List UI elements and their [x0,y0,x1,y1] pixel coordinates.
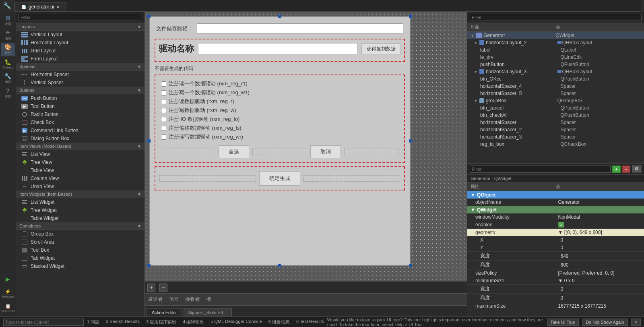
handle-bot-mid[interactable] [278,264,281,267]
sidebar-item-table-widget[interactable]: Table Widget [16,214,144,222]
icon-bar-debug[interactable]: 🐛 Debug [1,57,15,71]
props-row-min-width[interactable]: 宽度 0 [467,285,644,294]
file-path-input[interactable] [197,23,403,34]
tree-item-hspacer2[interactable]: horizontalSpacer_2 Spacer [467,126,644,133]
handle-top-left[interactable] [147,14,151,18]
props-filter-config[interactable]: ⚙ [632,165,642,173]
checkbox-rxm-reg-r1[interactable] [161,81,166,87]
cancel-button[interactable]: 取消 [310,145,341,158]
generate-button[interactable]: 确定生成 [259,171,300,186]
sidebar-item-group-box[interactable]: Group Box [16,230,144,238]
icon-bar-run[interactable]: ▶ [1,272,15,286]
props-filter-add[interactable]: + [612,166,620,173]
sidebar-item-tab-widget[interactable]: Tab Widget [16,254,144,262]
props-row-y[interactable]: Y 0 [467,244,644,252]
sidebar-item-stacked-widget[interactable]: Stacked Widget [16,262,144,270]
sidebar-item-tree-view[interactable]: 🌳 Tree View [16,158,144,166]
tree-item-le-drv[interactable]: le_drv QLineEdit [467,54,644,61]
icon-bar-welcome[interactable]: ⊞ 欢迎 [1,14,15,27]
icon-bar-help[interactable]: ? 帮助 [1,86,15,100]
tree-item-pushbutton[interactable]: pushButton QPushButton [467,61,644,68]
props-group-qwidget[interactable]: ▼ QWidget [467,206,644,213]
do-not-show-again-button[interactable]: Do Not Show Again [582,319,627,326]
sidebar-item-list-widget[interactable]: List Widget [16,198,144,206]
take-ui-tour-button[interactable]: Take UI Tour [547,319,579,326]
sidebar-item-push-button[interactable]: OK Push Button [16,94,144,102]
checkbox-rxm-reg-w[interactable] [161,108,166,113]
sidebar-item-dialog-button-box[interactable]: □ Dialog Button Box [16,135,144,143]
tree-item-btn-cancel[interactable]: btn_cancel QPushButton [467,104,644,112]
checkbox-rxm-reg-w1[interactable] [161,90,166,95]
sidebar-item-grid-layout[interactable]: Grid Layout [16,47,144,55]
status-tab-search[interactable]: 2 Search Results [106,319,140,325]
tree-item-hspacer5[interactable]: horizontalSpacer_5 Spacer [467,90,644,97]
status-close-button[interactable]: × [631,319,641,326]
tree-item-hlayout2[interactable]: ▼ horizontalLayout_2 QHBoxLayout [467,39,644,46]
sidebar-item-vertical-layout[interactable]: Vertical Layout [16,31,144,39]
action-editor-tab[interactable]: Action Editor [147,308,182,317]
canvas-add-button[interactable]: + [147,284,155,292]
props-row-width[interactable]: 宽度 649 [467,252,644,261]
props-row-maxsize[interactable]: maximumSize 16777215 x 16777215 [467,302,644,310]
props-row-geometry[interactable]: geometry ▼ [(0, 0), 649 x 600] [467,229,644,236]
tree-item-btn-okcc[interactable]: btn_OKcc QPushButton [467,75,644,83]
status-tab-overview[interactable]: 6 概要信息 [268,319,290,325]
signals-slots-tab[interactable]: Signals _Slots Ed... [183,308,231,317]
status-tab-compile[interactable]: 4 编译输出 [183,319,204,325]
checkbox-rxm-reg-ls[interactable] [161,126,166,131]
sidebar-item-radio-button[interactable]: Radio Button [16,110,144,118]
sidebar-item-tool-box[interactable]: Tool Box [16,246,144,254]
status-tab-qml[interactable]: 5 QML Debugger Console [211,319,262,325]
section-item-widgets[interactable]: Item Widgets (Item-Based) ▼ [16,190,144,198]
sidebar-item-command-link-button[interactable]: ▶ Command Link Button [16,126,144,135]
sidebar-item-form-layout[interactable]: Form Layout [16,55,144,63]
props-row-minsize[interactable]: minimumSize ▼ 0 x 0 [467,277,644,285]
props-row-objectname[interactable]: objectName Generator [467,199,644,206]
canvas-remove-button[interactable]: − [159,284,167,292]
object-filter-input[interactable] [470,14,642,21]
sidebar-item-tool-button[interactable]: ▶ Tool Button [16,102,144,110]
checkbox-rxm-reg-io[interactable] [161,117,166,122]
sidebar-item-table-view[interactable]: Table View [16,166,144,174]
sidebar-filter-input[interactable] [19,14,142,21]
props-row-window-modality[interactable]: windowModality NonModal [467,213,644,221]
tree-item-reg-io-box[interactable]: reg_io_box QCheckBox [467,141,644,148]
tree-item-label[interactable]: label QLabel [467,46,644,54]
tree-item-hlayout3[interactable]: ▼ horizontalLayout_3 QHBoxLayout [467,68,644,75]
tree-item-hspacer4[interactable]: horizontalSpacer_4 Spacer [467,83,644,90]
icon-bar-generator[interactable]: 📋 Generator [1,301,15,315]
handle-mid-left[interactable] [147,139,151,143]
handle-top-right[interactable] [409,14,412,18]
select-all-button[interactable]: 全选 [219,145,249,158]
section-item-views[interactable]: Item Views (Model-Based) ▼ [16,143,144,150]
sidebar-item-vertical-spacer[interactable]: Vertical Spacer [16,79,144,87]
props-filter-remove[interactable]: − [622,166,630,173]
tree-item-hspacer[interactable]: horizontalSpacer Spacer [467,119,644,126]
status-tab-app-output[interactable]: 3 应用程序输出 [146,319,176,325]
canvas-container[interactable]: 文件储存路径： 驱动名称 获得复制数据 不需要生成的代码 [145,12,467,281]
icon-bar-release[interactable]: ⚡ Release [1,287,15,300]
handle-bot-left[interactable] [147,264,151,267]
sidebar-item-scroll-area[interactable]: Scroll Area [16,238,144,246]
props-row-min-height[interactable]: 高度 0 [467,294,644,302]
props-row-sizepolicy[interactable]: sizePolicy [Preferred, Preferred, 0, 0] [467,269,644,277]
icon-bar-design[interactable]: 🎨 设计 [1,43,15,56]
sidebar-item-list-view[interactable]: List View [16,150,144,158]
generator-tab[interactable]: 📄 generator.ui × [14,2,66,11]
props-filter-input[interactable] [470,166,611,173]
handle-bot-right[interactable] [409,264,412,267]
checkbox-rxm-reg-r[interactable] [161,99,166,104]
sidebar-item-column-view[interactable]: Column View [16,174,144,182]
tab-close[interactable]: × [56,4,59,9]
status-tab-tests[interactable]: 8 Test Results [296,319,324,325]
checkbox-rxm-reg-wr[interactable] [161,135,166,140]
icon-bar-edit[interactable]: ✏ 编辑 [1,28,15,42]
sidebar-item-tree-widget[interactable]: 🌳 Tree Widget [16,206,144,214]
drive-name-input[interactable] [198,43,357,54]
sidebar-item-undo-view[interactable]: ↩ Undo View [16,182,144,190]
section-containers[interactable]: Containers ▼ [16,222,144,230]
props-row-height[interactable]: 高度 600 [467,261,644,269]
icon-bar-project[interactable]: 🔧 项目 [1,72,15,85]
props-group-qobject[interactable]: ▼ QObject [467,191,644,199]
section-buttons[interactable]: Buttons ▼ [16,87,144,94]
